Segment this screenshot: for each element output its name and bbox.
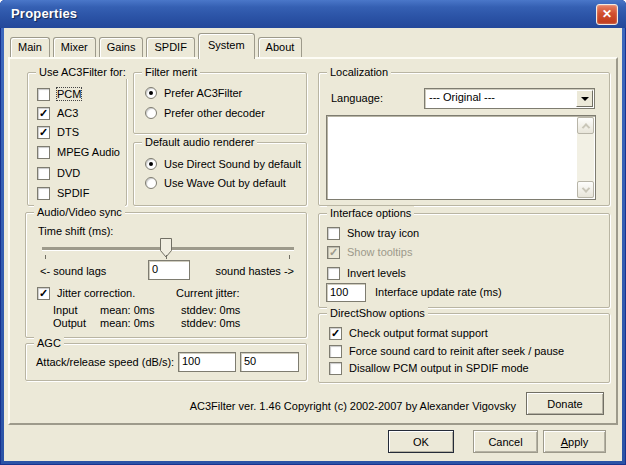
checkbox-box [37, 167, 50, 180]
checkbox-spdif[interactable]: SPDIF [37, 186, 89, 200]
slider-tick-center [166, 255, 167, 259]
checkbox-show-tooltips: ✓ Show tooltips [327, 245, 412, 259]
radio-circle [145, 177, 157, 189]
listbox-scrollbar[interactable] [577, 117, 594, 198]
group-use-ac3filter-for: Use AC3Filter for: PCM ✓ AC3 ✓ DTS MPEG … [27, 72, 127, 206]
checkbox-box: ✓ [37, 126, 50, 139]
group-audio-video-sync: Audio/Video sync Time shift (ms): <- sou… [25, 212, 307, 338]
radio-prefer-ac3filter[interactable]: Prefer AC3Filter [145, 86, 242, 99]
jitter-input-name: Input [53, 304, 77, 316]
jitter-input-stddev: stddev: 0ms [181, 304, 240, 316]
check-icon: ✓ [331, 327, 340, 338]
sound-lags-label: <- sound lags [40, 265, 106, 277]
checkbox-pcm[interactable]: PCM [37, 87, 81, 101]
dropdown-button[interactable] [576, 90, 593, 107]
radio-dot [149, 162, 153, 166]
group-title: Use AC3Filter for: [36, 65, 129, 79]
check-icon: ✓ [39, 107, 48, 118]
language-dropdown[interactable]: --- Original --- [424, 88, 595, 109]
checkbox-ac3[interactable]: ✓ AC3 [37, 106, 78, 120]
group-title: DirectShow options [327, 306, 428, 320]
tab-system[interactable]: System [198, 33, 255, 59]
radio-wave-out[interactable]: Use Wave Out by default [145, 176, 286, 189]
group-title: Audio/Video sync [34, 205, 125, 219]
checkbox-box [37, 146, 50, 159]
check-icon: ✓ [39, 287, 48, 298]
group-interface-options: Interface options Show tray icon ✓ Show … [318, 213, 610, 308]
time-shift-label: Time shift (ms): [38, 225, 113, 237]
tab-mixer[interactable]: Mixer [53, 37, 96, 57]
update-rate-input[interactable]: 100 [326, 283, 366, 302]
jitter-output-mean: mean: 0ms [100, 317, 154, 329]
system-tab-page: Use AC3Filter for: PCM ✓ AC3 ✓ DTS MPEG … [8, 57, 618, 425]
copyright-text: AC3Filter ver. 1.46 Copyright (c) 2002-2… [190, 400, 516, 412]
checkbox-dvd[interactable]: DVD [37, 166, 80, 180]
jitter-output-stddev: stddev: 0ms [181, 317, 240, 329]
checkbox-dts[interactable]: ✓ DTS [37, 125, 79, 139]
checkbox-box [329, 362, 342, 375]
group-title: Localization [327, 65, 391, 79]
checkbox-box [329, 345, 342, 358]
update-rate-label: Interface update rate (ms) [375, 286, 502, 298]
checkbox-force-reinit[interactable]: Force sound card to reinit after seek / … [329, 344, 564, 358]
checkbox-invert-levels[interactable]: Invert levels [327, 266, 406, 280]
checkbox-check-output-format[interactable]: ✓ Check output format support [329, 326, 488, 340]
scroll-down-icon[interactable] [577, 181, 594, 198]
ok-button[interactable]: OK [388, 430, 454, 453]
time-shift-input[interactable]: 0 [148, 260, 190, 280]
checkbox-box: ✓ [37, 107, 50, 120]
checkbox-disallow-pcm[interactable]: Disallow PCM output in SPDIF mode [329, 361, 529, 375]
checkbox-box [327, 227, 340, 240]
radio-prefer-other-decoder[interactable]: Prefer other decoder [145, 106, 265, 119]
check-icon: ✓ [329, 246, 338, 257]
group-title: Filter merit [142, 65, 200, 79]
checkbox-box [327, 267, 340, 280]
checkbox-box: ✓ [327, 246, 340, 259]
donate-button[interactable]: Donate [526, 392, 604, 415]
group-default-audio-renderer: Default audio renderer Use Direct Sound … [133, 142, 307, 206]
radio-circle [145, 158, 157, 170]
radio-circle [145, 107, 157, 119]
sound-hastes-label: sound hastes -> [215, 265, 294, 277]
cancel-button[interactable]: Cancel [473, 430, 538, 453]
checkbox-show-tray-icon[interactable]: Show tray icon [327, 226, 419, 240]
chevron-down-icon [581, 97, 589, 101]
agc-release-input[interactable]: 50 [240, 352, 299, 372]
tab-gains[interactable]: Gains [99, 37, 144, 57]
apply-accelerator: A [561, 436, 568, 448]
slider-tick-right [289, 255, 290, 259]
checkbox-mpeg-audio[interactable]: MPEG Audio [37, 145, 120, 159]
properties-dialog: Properties ✕ Main Mixer Gains SPDIF Syst… [0, 0, 626, 465]
close-icon[interactable]: ✕ [596, 4, 618, 25]
apply-button[interactable]: Apply [543, 430, 606, 453]
group-title: Interface options [327, 206, 414, 220]
group-filter-merit: Filter merit Prefer AC3Filter Prefer oth… [133, 72, 307, 134]
group-localization: Localization Language: --- Original --- [318, 72, 610, 206]
group-directshow-options: DirectShow options ✓ Check output format… [318, 313, 610, 383]
tab-spdif[interactable]: SPDIF [146, 37, 194, 57]
checkbox-jitter-correction[interactable]: ✓ Jitter correction. [37, 286, 135, 300]
radio-direct-sound[interactable]: Use Direct Sound by default [145, 157, 301, 170]
agc-attack-input[interactable]: 100 [178, 352, 236, 372]
tab-main[interactable]: Main [10, 37, 50, 57]
titlebar[interactable]: Properties ✕ [0, 0, 626, 28]
current-jitter-label: Current jitter: [176, 287, 240, 299]
window-title: Properties [11, 0, 77, 27]
jitter-input-mean: mean: 0ms [100, 304, 154, 316]
scroll-up-icon[interactable] [577, 117, 594, 134]
tab-about[interactable]: About [258, 37, 303, 57]
dialog-body: Main Mixer Gains SPDIF System About Use … [4, 28, 622, 461]
checkbox-box: ✓ [37, 287, 50, 300]
language-info-listbox[interactable] [326, 115, 596, 200]
language-label: Language: [331, 92, 383, 104]
checkbox-box [37, 88, 50, 101]
radio-dot [149, 91, 153, 95]
language-value: --- Original --- [429, 91, 495, 103]
attack-release-label: Attack/release speed (dB/s): [36, 356, 174, 368]
group-agc: AGC Attack/release speed (dB/s): 100 50 [25, 343, 307, 381]
checkbox-box [37, 187, 50, 200]
check-icon: ✓ [39, 126, 48, 137]
radio-circle [145, 87, 157, 99]
checkbox-box: ✓ [329, 327, 342, 340]
group-title: Default audio renderer [142, 135, 257, 149]
